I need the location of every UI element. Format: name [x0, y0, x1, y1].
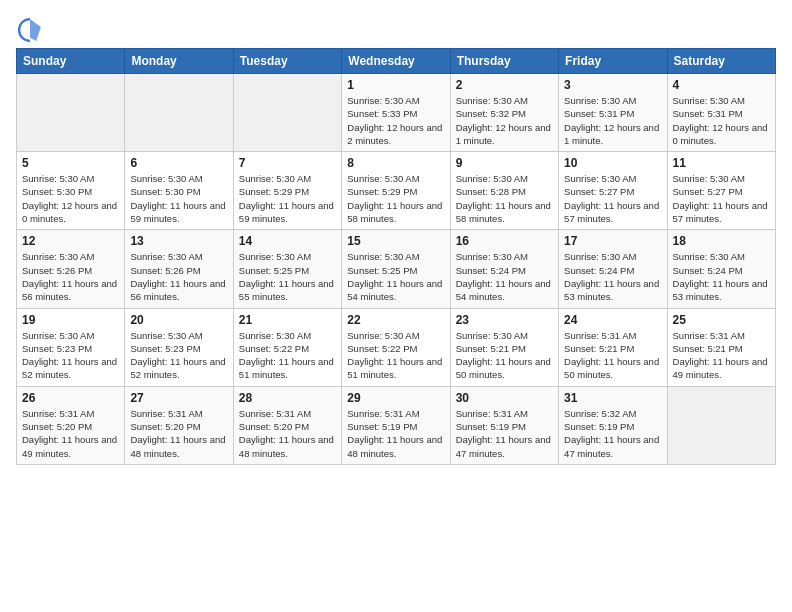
day-cell: 9Sunrise: 5:30 AM Sunset: 5:28 PM Daylig… — [450, 152, 558, 230]
week-row-2: 5Sunrise: 5:30 AM Sunset: 5:30 PM Daylig… — [17, 152, 776, 230]
col-header-saturday: Saturday — [667, 49, 775, 74]
day-cell: 6Sunrise: 5:30 AM Sunset: 5:30 PM Daylig… — [125, 152, 233, 230]
day-cell — [125, 74, 233, 152]
day-info: Sunrise: 5:30 AM Sunset: 5:29 PM Dayligh… — [239, 172, 336, 225]
col-header-sunday: Sunday — [17, 49, 125, 74]
day-cell — [233, 74, 341, 152]
week-row-1: 1Sunrise: 5:30 AM Sunset: 5:33 PM Daylig… — [17, 74, 776, 152]
day-info: Sunrise: 5:30 AM Sunset: 5:31 PM Dayligh… — [673, 94, 770, 147]
day-number: 19 — [22, 313, 119, 327]
day-number: 17 — [564, 234, 661, 248]
day-cell: 19Sunrise: 5:30 AM Sunset: 5:23 PM Dayli… — [17, 308, 125, 386]
day-number: 20 — [130, 313, 227, 327]
day-info: Sunrise: 5:30 AM Sunset: 5:27 PM Dayligh… — [673, 172, 770, 225]
day-cell: 25Sunrise: 5:31 AM Sunset: 5:21 PM Dayli… — [667, 308, 775, 386]
day-number: 26 — [22, 391, 119, 405]
col-header-friday: Friday — [559, 49, 667, 74]
day-info: Sunrise: 5:32 AM Sunset: 5:19 PM Dayligh… — [564, 407, 661, 460]
day-info: Sunrise: 5:30 AM Sunset: 5:26 PM Dayligh… — [130, 250, 227, 303]
day-cell: 24Sunrise: 5:31 AM Sunset: 5:21 PM Dayli… — [559, 308, 667, 386]
day-info: Sunrise: 5:30 AM Sunset: 5:32 PM Dayligh… — [456, 94, 553, 147]
col-header-monday: Monday — [125, 49, 233, 74]
day-number: 7 — [239, 156, 336, 170]
day-number: 1 — [347, 78, 444, 92]
calendar-header: SundayMondayTuesdayWednesdayThursdayFrid… — [17, 49, 776, 74]
day-cell: 8Sunrise: 5:30 AM Sunset: 5:29 PM Daylig… — [342, 152, 450, 230]
col-header-wednesday: Wednesday — [342, 49, 450, 74]
day-cell: 22Sunrise: 5:30 AM Sunset: 5:22 PM Dayli… — [342, 308, 450, 386]
day-cell: 3Sunrise: 5:30 AM Sunset: 5:31 PM Daylig… — [559, 74, 667, 152]
day-cell: 15Sunrise: 5:30 AM Sunset: 5:25 PM Dayli… — [342, 230, 450, 308]
day-cell: 10Sunrise: 5:30 AM Sunset: 5:27 PM Dayli… — [559, 152, 667, 230]
day-cell: 14Sunrise: 5:30 AM Sunset: 5:25 PM Dayli… — [233, 230, 341, 308]
day-info: Sunrise: 5:30 AM Sunset: 5:24 PM Dayligh… — [673, 250, 770, 303]
day-number: 25 — [673, 313, 770, 327]
day-cell: 18Sunrise: 5:30 AM Sunset: 5:24 PM Dayli… — [667, 230, 775, 308]
day-cell: 30Sunrise: 5:31 AM Sunset: 5:19 PM Dayli… — [450, 386, 558, 464]
day-info: Sunrise: 5:30 AM Sunset: 5:25 PM Dayligh… — [239, 250, 336, 303]
day-cell: 2Sunrise: 5:30 AM Sunset: 5:32 PM Daylig… — [450, 74, 558, 152]
day-number: 29 — [347, 391, 444, 405]
col-header-tuesday: Tuesday — [233, 49, 341, 74]
day-cell: 17Sunrise: 5:30 AM Sunset: 5:24 PM Dayli… — [559, 230, 667, 308]
day-info: Sunrise: 5:31 AM Sunset: 5:21 PM Dayligh… — [673, 329, 770, 382]
day-number: 14 — [239, 234, 336, 248]
day-number: 6 — [130, 156, 227, 170]
day-number: 8 — [347, 156, 444, 170]
day-number: 30 — [456, 391, 553, 405]
day-number: 9 — [456, 156, 553, 170]
day-cell: 20Sunrise: 5:30 AM Sunset: 5:23 PM Dayli… — [125, 308, 233, 386]
logo-icon — [16, 16, 44, 44]
day-number: 24 — [564, 313, 661, 327]
day-number: 18 — [673, 234, 770, 248]
day-info: Sunrise: 5:30 AM Sunset: 5:24 PM Dayligh… — [456, 250, 553, 303]
day-cell — [17, 74, 125, 152]
day-info: Sunrise: 5:31 AM Sunset: 5:20 PM Dayligh… — [130, 407, 227, 460]
day-number: 5 — [22, 156, 119, 170]
week-row-4: 19Sunrise: 5:30 AM Sunset: 5:23 PM Dayli… — [17, 308, 776, 386]
page-header — [16, 16, 776, 44]
day-number: 11 — [673, 156, 770, 170]
day-cell: 28Sunrise: 5:31 AM Sunset: 5:20 PM Dayli… — [233, 386, 341, 464]
day-number: 16 — [456, 234, 553, 248]
day-info: Sunrise: 5:31 AM Sunset: 5:21 PM Dayligh… — [564, 329, 661, 382]
day-info: Sunrise: 5:31 AM Sunset: 5:19 PM Dayligh… — [347, 407, 444, 460]
day-info: Sunrise: 5:30 AM Sunset: 5:30 PM Dayligh… — [130, 172, 227, 225]
day-cell: 1Sunrise: 5:30 AM Sunset: 5:33 PM Daylig… — [342, 74, 450, 152]
day-info: Sunrise: 5:30 AM Sunset: 5:23 PM Dayligh… — [22, 329, 119, 382]
day-cell: 4Sunrise: 5:30 AM Sunset: 5:31 PM Daylig… — [667, 74, 775, 152]
day-cell: 26Sunrise: 5:31 AM Sunset: 5:20 PM Dayli… — [17, 386, 125, 464]
day-info: Sunrise: 5:30 AM Sunset: 5:22 PM Dayligh… — [347, 329, 444, 382]
day-cell: 5Sunrise: 5:30 AM Sunset: 5:30 PM Daylig… — [17, 152, 125, 230]
day-number: 27 — [130, 391, 227, 405]
day-number: 4 — [673, 78, 770, 92]
day-number: 13 — [130, 234, 227, 248]
day-number: 15 — [347, 234, 444, 248]
day-info: Sunrise: 5:31 AM Sunset: 5:20 PM Dayligh… — [22, 407, 119, 460]
calendar-body: 1Sunrise: 5:30 AM Sunset: 5:33 PM Daylig… — [17, 74, 776, 465]
col-header-thursday: Thursday — [450, 49, 558, 74]
day-info: Sunrise: 5:30 AM Sunset: 5:28 PM Dayligh… — [456, 172, 553, 225]
day-info: Sunrise: 5:31 AM Sunset: 5:20 PM Dayligh… — [239, 407, 336, 460]
day-cell: 29Sunrise: 5:31 AM Sunset: 5:19 PM Dayli… — [342, 386, 450, 464]
day-cell: 7Sunrise: 5:30 AM Sunset: 5:29 PM Daylig… — [233, 152, 341, 230]
day-cell: 13Sunrise: 5:30 AM Sunset: 5:26 PM Dayli… — [125, 230, 233, 308]
day-info: Sunrise: 5:30 AM Sunset: 5:24 PM Dayligh… — [564, 250, 661, 303]
week-row-3: 12Sunrise: 5:30 AM Sunset: 5:26 PM Dayli… — [17, 230, 776, 308]
header-row: SundayMondayTuesdayWednesdayThursdayFrid… — [17, 49, 776, 74]
day-cell: 21Sunrise: 5:30 AM Sunset: 5:22 PM Dayli… — [233, 308, 341, 386]
day-number: 23 — [456, 313, 553, 327]
day-info: Sunrise: 5:30 AM Sunset: 5:31 PM Dayligh… — [564, 94, 661, 147]
day-info: Sunrise: 5:30 AM Sunset: 5:26 PM Dayligh… — [22, 250, 119, 303]
day-cell: 31Sunrise: 5:32 AM Sunset: 5:19 PM Dayli… — [559, 386, 667, 464]
day-info: Sunrise: 5:30 AM Sunset: 5:30 PM Dayligh… — [22, 172, 119, 225]
day-number: 22 — [347, 313, 444, 327]
day-cell: 16Sunrise: 5:30 AM Sunset: 5:24 PM Dayli… — [450, 230, 558, 308]
day-number: 21 — [239, 313, 336, 327]
day-number: 28 — [239, 391, 336, 405]
day-number: 2 — [456, 78, 553, 92]
day-info: Sunrise: 5:30 AM Sunset: 5:27 PM Dayligh… — [564, 172, 661, 225]
day-info: Sunrise: 5:30 AM Sunset: 5:21 PM Dayligh… — [456, 329, 553, 382]
logo — [16, 16, 48, 44]
day-cell: 27Sunrise: 5:31 AM Sunset: 5:20 PM Dayli… — [125, 386, 233, 464]
